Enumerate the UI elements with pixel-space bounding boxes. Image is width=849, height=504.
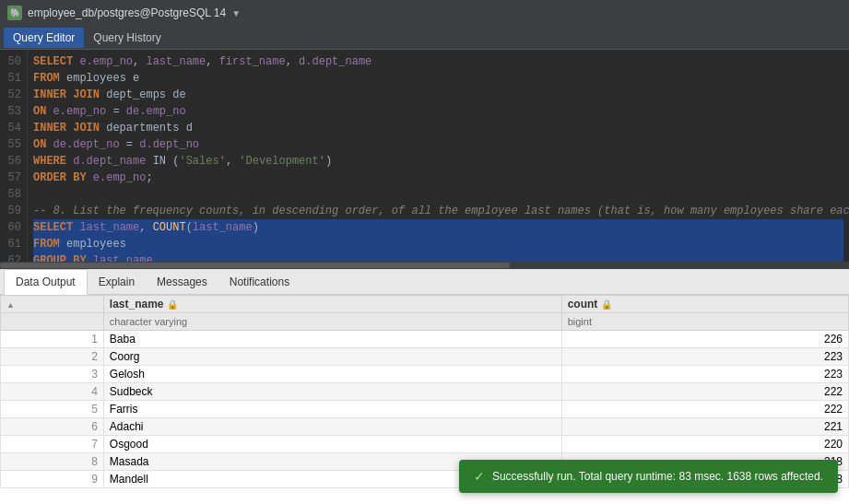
- table-type-corner: [1, 313, 104, 331]
- row-number: 4: [1, 383, 104, 401]
- col-type-count: bigint: [561, 313, 848, 331]
- code-line: SELECT e.emp_no, last_name, first_name, …: [33, 53, 843, 70]
- row-number: 2: [1, 348, 104, 366]
- cell-count: 221: [561, 418, 848, 436]
- cell-count: 220: [561, 436, 848, 453]
- code-line: INNER JOIN departments d: [33, 120, 843, 136]
- menu-query-history[interactable]: Query History: [84, 28, 170, 48]
- tab-messages[interactable]: Messages: [146, 269, 218, 295]
- code-line: SELECT last_name, COUNT(last_name): [33, 219, 843, 236]
- code-line: INNER JOIN dept_emps de: [33, 87, 843, 103]
- lock-icon: 🔒: [601, 299, 612, 310]
- table-row[interactable]: 6Adachi221: [1, 418, 849, 436]
- cell-count: 226: [561, 331, 848, 348]
- line-number: 56: [4, 153, 21, 170]
- dropdown-arrow-icon[interactable]: ▼: [231, 8, 241, 18]
- query-editor[interactable]: 5051525354555657585960616263 SELECT e.em…: [0, 50, 849, 262]
- line-number: 62: [4, 252, 21, 262]
- row-number: 9: [1, 471, 104, 488]
- notification-message: Successfully run. Total query runtime: 8…: [492, 470, 823, 483]
- line-number: 55: [4, 136, 21, 153]
- col-header-last_name[interactable]: last_name 🔒: [103, 296, 561, 313]
- code-line: [33, 186, 843, 203]
- line-number: 61: [4, 236, 21, 252]
- line-number: 50: [4, 53, 21, 70]
- main-content: 5051525354555657585960616263 SELECT e.em…: [0, 50, 849, 504]
- cell-count: 222: [561, 383, 848, 401]
- cell-count: 222: [561, 401, 848, 418]
- code-line: -- 8. List the frequency counts, in desc…: [33, 203, 843, 219]
- code-line: WHERE d.dept_name IN ('Sales', 'Developm…: [33, 153, 843, 170]
- line-number: 57: [4, 170, 21, 186]
- check-icon: ✓: [474, 469, 485, 484]
- tab-data-output[interactable]: Data Output: [4, 269, 88, 295]
- row-number: 6: [1, 418, 104, 436]
- tab-notifications[interactable]: Notifications: [218, 269, 301, 295]
- cell-last-name: Gelosh: [103, 366, 561, 383]
- line-number: 52: [4, 87, 21, 103]
- lock-icon: 🔒: [167, 299, 178, 310]
- table-corner: ▲: [1, 296, 104, 313]
- line-number: 53: [4, 103, 21, 120]
- line-number: 60: [4, 219, 21, 236]
- line-number: 58: [4, 186, 21, 203]
- row-number: 5: [1, 401, 104, 418]
- cell-last-name: Baba: [103, 331, 561, 348]
- code-line: ON de.dept_no = d.dept_no: [33, 136, 843, 153]
- code-lines[interactable]: SELECT e.emp_no, last_name, first_name, …: [28, 50, 849, 262]
- scrollbar-thumb[interactable]: [0, 263, 510, 268]
- row-number: 7: [1, 436, 104, 453]
- menu-query-editor[interactable]: Query Editor: [4, 28, 84, 48]
- code-line: GROUP BY last_name: [33, 252, 843, 262]
- table-row[interactable]: 1Baba226: [1, 331, 849, 348]
- line-number: 59: [4, 203, 21, 219]
- cell-count: 223: [561, 366, 848, 383]
- code-line: FROM employees: [33, 236, 843, 252]
- row-number: 1: [1, 331, 104, 348]
- code-line: ON e.emp_no = de.emp_no: [33, 103, 843, 120]
- row-number: 8: [1, 453, 104, 471]
- line-number: 54: [4, 120, 21, 136]
- cell-last-name: Adachi: [103, 418, 561, 436]
- table-row[interactable]: 2Coorg223: [1, 348, 849, 366]
- table-row[interactable]: 5Farris222: [1, 401, 849, 418]
- menu-bar: Query Editor Query History: [0, 26, 849, 50]
- cell-last-name: Osgood: [103, 436, 561, 453]
- tab-bar: Data OutputExplainMessagesNotifications: [0, 269, 849, 295]
- code-line: FROM employees e: [33, 70, 843, 87]
- cell-count: 223: [561, 348, 848, 366]
- line-number: 51: [4, 70, 21, 87]
- editor-scrollbar[interactable]: [0, 262, 849, 269]
- title-text: employee_db/postgres@PostgreSQL 14: [28, 6, 226, 19]
- app-icon: 🐘: [7, 6, 22, 20]
- cell-last-name: Sudbeck: [103, 383, 561, 401]
- row-number: 3: [1, 366, 104, 383]
- table-row[interactable]: 7Osgood220: [1, 436, 849, 453]
- tab-explain[interactable]: Explain: [88, 269, 146, 295]
- col-type-last_name: character varying: [103, 313, 561, 331]
- table-row[interactable]: 3Gelosh223: [1, 366, 849, 383]
- line-numbers: 5051525354555657585960616263: [0, 50, 28, 262]
- code-line: ORDER BY e.emp_no;: [33, 170, 843, 186]
- table-row[interactable]: 4Sudbeck222: [1, 383, 849, 401]
- col-header-count[interactable]: count 🔒: [561, 296, 848, 313]
- title-bar: 🐘 employee_db/postgres@PostgreSQL 14 ▼: [0, 0, 849, 26]
- cell-last-name: Farris: [103, 401, 561, 418]
- success-notification: ✓ Successfully run. Total query runtime:…: [459, 460, 838, 493]
- cell-last-name: Coorg: [103, 348, 561, 366]
